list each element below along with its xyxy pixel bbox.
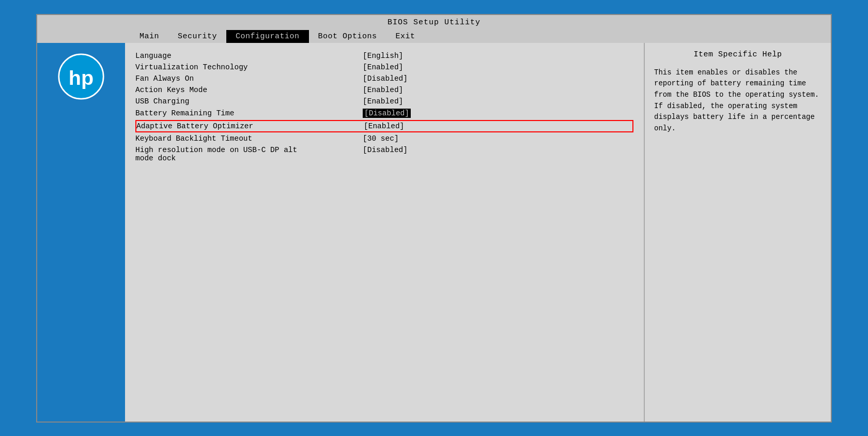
setting-value-hires: [Disabled] [363,146,408,154]
help-panel: Item Specific Help This item enables or … [645,43,831,422]
setting-value-battery-time: [Disabled] [363,109,411,118]
setting-name-virt: Virtualization Technology [135,63,363,71]
nav-item-main[interactable]: Main [130,30,168,43]
setting-value-virt: [Enabled] [363,63,403,71]
setting-row-battery-time[interactable]: Battery Remaining Time [Disabled] [135,107,633,119]
setting-row-language[interactable]: Language [English] [135,50,633,62]
setting-row-usb[interactable]: USB Charging [Enabled] [135,96,633,107]
setting-name-language: Language [135,52,363,60]
setting-row-kbd-backlight[interactable]: Keyboard Backlight Timeout [30 sec] [135,133,633,144]
logo-area: hp [37,43,125,422]
nav-item-boot-options[interactable]: Boot Options [309,30,386,43]
title-text: BIOS Setup Utility [388,18,481,27]
setting-row-fan[interactable]: Fan Always On [Disabled] [135,73,633,84]
setting-name-kbd-backlight: Keyboard Backlight Timeout [135,134,363,143]
setting-value-kbd-backlight: [30 sec] [363,134,399,143]
setting-value-usb: [Enabled] [363,97,403,106]
setting-value-language: [English] [363,52,403,60]
hp-logo-icon: hp [58,53,104,100]
help-title: Item Specific Help [654,50,822,59]
nav-item-exit[interactable]: Exit [386,30,425,43]
setting-name-fan: Fan Always On [135,74,363,83]
setting-value-fan: [Disabled] [363,74,408,83]
nav-menu: Main Security Configuration Boot Options… [37,29,831,43]
main-content: hp Language [English] Virtualization Tec… [37,43,831,422]
setting-row-adaptive-battery[interactable]: Adaptive Battery Optimizer [Enabled] [135,120,633,132]
setting-row-virt[interactable]: Virtualization Technology [Enabled] [135,62,633,73]
nav-item-configuration[interactable]: Configuration [226,30,309,43]
settings-panel: Language [English] Virtualization Techno… [125,43,645,422]
setting-value-adaptive-battery: [Enabled] [364,122,404,130]
nav-item-security[interactable]: Security [168,30,226,43]
bios-window: BIOS Setup Utility Main Security Configu… [36,14,832,423]
setting-name-action-keys: Action Keys Mode [135,86,363,94]
help-text: This item enables or disables the report… [654,67,822,134]
setting-name-usb: USB Charging [135,97,363,106]
setting-name-battery-time: Battery Remaining Time [135,109,363,117]
setting-name-adaptive-battery: Adaptive Battery Optimizer [136,122,364,130]
bios-title: BIOS Setup Utility [37,15,831,29]
setting-name-hires: High resolution mode on USB-C DP alt mod… [135,146,363,162]
svg-text:hp: hp [69,66,94,89]
setting-value-action-keys: [Enabled] [363,86,403,94]
setting-row-action-keys[interactable]: Action Keys Mode [Enabled] [135,84,633,96]
setting-row-hires[interactable]: High resolution mode on USB-C DP alt mod… [135,144,633,164]
